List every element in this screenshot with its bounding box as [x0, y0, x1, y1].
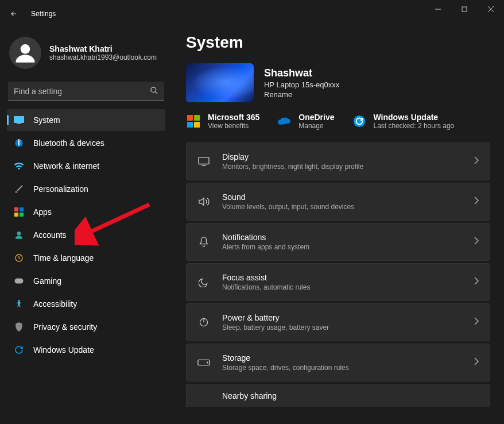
sidebar: Shashwat Khatri shashwat.khatri1993@outl…: [0, 28, 172, 424]
svg-rect-22: [194, 122, 200, 128]
minimize-button[interactable]: [425, 0, 451, 18]
sidebar-item-personalization[interactable]: Personalization: [7, 178, 165, 200]
bluetooth-icon: [14, 138, 24, 148]
sidebar-item-label: Accounts: [33, 230, 67, 240]
profile-name: Shashwat Khatri: [49, 44, 157, 53]
ms365-icon: [186, 114, 201, 129]
svg-point-29: [207, 362, 208, 363]
svg-rect-21: [187, 122, 193, 128]
search-input[interactable]: [8, 82, 164, 101]
sidebar-item-time-language[interactable]: Time & language: [7, 247, 165, 269]
quick-onedrive[interactable]: OneDriveManage: [277, 113, 334, 130]
sidebar-item-network[interactable]: Network & internet: [7, 155, 165, 177]
sidebar-item-label: Windows Update: [33, 345, 94, 354]
sidebar-item-accessibility[interactable]: Accessibility: [7, 293, 165, 315]
gamepad-icon: [14, 276, 24, 286]
system-icon: [14, 115, 24, 125]
sidebar-item-windows-update[interactable]: Windows Update: [7, 339, 165, 361]
avatar: [9, 37, 41, 69]
svg-rect-19: [187, 115, 193, 121]
svg-point-18: [18, 300, 20, 302]
settings-cards: DisplayMonitors, brightness, night light…: [186, 142, 490, 407]
search-icon: [150, 86, 158, 97]
apps-icon: [14, 207, 24, 217]
sidebar-item-bluetooth[interactable]: Bluetooth & devices: [7, 132, 165, 154]
profile-block[interactable]: Shashwat Khatri shashwat.khatri1993@outl…: [7, 33, 165, 79]
device-row: Shashwat HP Laptop 15s-eq0xxx Rename: [186, 63, 490, 102]
device-thumbnail[interactable]: [186, 63, 254, 102]
sidebar-item-label: System: [33, 115, 60, 125]
wifi-icon: [14, 161, 24, 171]
main-content: System Shashwat HP Laptop 15s-eq0xxx Ren…: [172, 28, 504, 424]
card-title: Power & battery: [222, 313, 462, 322]
chevron-right-icon: [474, 357, 479, 368]
svg-rect-20: [194, 115, 200, 121]
device-name: Shashwat: [264, 67, 339, 79]
quick-windows-update[interactable]: Windows UpdateLast checked: 2 hours ago: [352, 113, 455, 130]
quick-title: Microsoft 365: [208, 113, 259, 122]
svg-rect-11: [14, 207, 18, 211]
sidebar-item-label: Gaming: [33, 276, 61, 286]
svg-rect-13: [14, 213, 18, 217]
chevron-right-icon: [474, 317, 479, 327]
sidebar-item-apps[interactable]: Apps: [7, 201, 165, 223]
back-button[interactable]: [5, 5, 23, 23]
sidebar-item-accounts[interactable]: Accounts: [7, 224, 165, 246]
card-nearby-sharing[interactable]: Nearby sharing: [186, 384, 490, 407]
card-power-battery[interactable]: Power & batterySleep, battery usage, bat…: [186, 303, 490, 341]
card-sub: Volume levels, output, input, sound devi…: [222, 203, 462, 211]
sidebar-item-system[interactable]: System: [7, 109, 165, 131]
card-focus-assist[interactable]: Focus assistNotifications, automatic rul…: [186, 263, 490, 301]
sidebar-item-label: Personalization: [33, 184, 88, 194]
svg-point-4: [21, 44, 30, 54]
update-icon: [14, 345, 24, 355]
window-controls: [425, 0, 504, 18]
svg-line-6: [155, 91, 157, 94]
brush-icon: [14, 184, 24, 194]
sidebar-item-gaming[interactable]: Gaming: [7, 270, 165, 292]
sidebar-item-label: Apps: [33, 207, 52, 217]
sidebar-item-privacy[interactable]: Privacy & security: [7, 316, 165, 338]
quick-sub: Last checked: 2 hours ago: [374, 122, 455, 130]
quick-title: Windows Update: [374, 113, 455, 122]
card-sound[interactable]: SoundVolume levels, output, input, sound…: [186, 183, 490, 221]
maximize-button[interactable]: [451, 0, 478, 18]
sidebar-item-label: Bluetooth & devices: [33, 138, 104, 148]
card-title: Notifications: [222, 233, 462, 242]
card-display[interactable]: DisplayMonitors, brightness, night light…: [186, 142, 490, 180]
close-button[interactable]: [478, 0, 504, 18]
chevron-right-icon: [474, 156, 479, 167]
svg-rect-10: [15, 191, 17, 193]
chevron-right-icon: [474, 196, 479, 207]
onedrive-icon: [277, 114, 292, 129]
quick-sub: Manage: [298, 122, 334, 130]
device-rename-link[interactable]: Rename: [264, 90, 339, 99]
quick-sub: View benefits: [208, 122, 259, 130]
nearby-icon: [197, 389, 211, 403]
storage-icon: [197, 356, 211, 369]
quick-title: OneDrive: [298, 113, 334, 122]
card-storage[interactable]: StorageStorage space, drives, configurat…: [186, 344, 490, 381]
card-title: Focus assist: [222, 273, 462, 282]
accessibility-icon: [14, 299, 24, 309]
svg-point-23: [353, 115, 365, 127]
card-sub: Sleep, battery usage, battery saver: [222, 323, 462, 332]
search-box: [8, 82, 164, 101]
clock-icon: [14, 253, 24, 263]
card-title: Display: [222, 152, 462, 161]
update-badge-icon: [352, 114, 367, 129]
svg-point-9: [15, 139, 22, 147]
svg-point-15: [17, 232, 21, 236]
sidebar-item-label: Network & internet: [33, 161, 99, 171]
svg-rect-17: [15, 279, 24, 284]
card-notifications[interactable]: NotificationsAlerts from apps and system: [186, 223, 490, 261]
profile-email: shashwat.khatri1993@outlook.com: [49, 53, 157, 61]
svg-rect-7: [14, 116, 24, 123]
sound-icon: [197, 195, 211, 209]
card-sub: Alerts from apps and system: [222, 243, 462, 251]
device-model: HP Laptop 15s-eq0xxx: [264, 80, 339, 89]
svg-rect-1: [462, 7, 467, 11]
display-icon: [197, 155, 211, 168]
card-sub: Monitors, brightness, night light, displ…: [222, 163, 462, 171]
quick-ms365[interactable]: Microsoft 365View benefits: [186, 113, 259, 130]
